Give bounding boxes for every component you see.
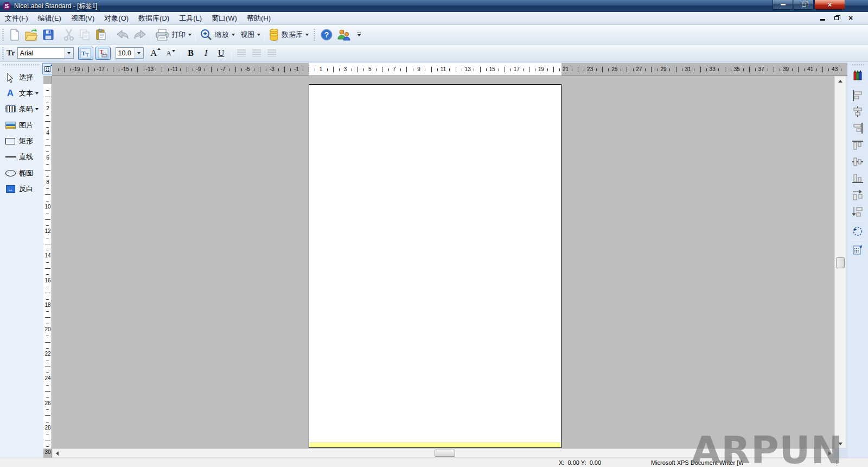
design-colors-button[interactable]	[851, 68, 864, 81]
restore-button[interactable]	[794, 0, 814, 10]
ruler-tick	[260, 67, 260, 72]
align-center-horizontal-button[interactable]	[851, 105, 864, 118]
label-page[interactable]	[309, 84, 561, 448]
align-right-text-button[interactable]	[264, 46, 279, 61]
horizontal-scrollbar[interactable]	[52, 449, 834, 458]
open-button[interactable]	[23, 27, 40, 42]
ruler-tick	[45, 97, 50, 97]
italic-button[interactable]: I	[199, 46, 214, 61]
tool-line[interactable]: 直线	[0, 149, 43, 165]
ruler-tick	[137, 67, 138, 72]
ruler-label: 22	[43, 351, 52, 357]
align-left-text-button[interactable]	[234, 46, 249, 61]
scroll-up-button[interactable]	[835, 77, 846, 85]
barcode-dropdown-icon[interactable]	[35, 108, 39, 110]
ruler-tick	[82, 68, 83, 71]
distribute-vertical-button[interactable]	[851, 205, 864, 218]
zoom-button[interactable]: 缩放	[198, 27, 237, 42]
close-button[interactable]: ×	[814, 0, 845, 10]
label-setup-button[interactable]	[851, 243, 864, 256]
ruler-tick	[64, 67, 65, 72]
cut-button[interactable]	[61, 27, 76, 42]
open-folder-icon	[24, 28, 39, 41]
ruler-tick	[505, 67, 505, 72]
underline-button[interactable]: U	[214, 46, 229, 61]
printer-fonts-toggle[interactable]: T	[95, 47, 111, 60]
database-button[interactable]: 数据库	[267, 27, 310, 42]
save-button[interactable]	[40, 27, 56, 42]
rotate-button[interactable]	[851, 225, 864, 238]
tool-rectangle[interactable]: 矩形	[0, 133, 43, 149]
ruler-tick	[107, 68, 107, 71]
menu-item-5[interactable]: 工具(L)	[174, 12, 207, 25]
copy-button[interactable]	[76, 27, 93, 42]
align-top-button[interactable]	[851, 139, 864, 152]
truetype-fonts-toggle[interactable]: T T	[78, 47, 93, 60]
align-bottom-button[interactable]	[851, 172, 864, 185]
undo-button[interactable]	[114, 27, 131, 42]
toolbar-grip[interactable]	[2, 47, 4, 60]
bold-button[interactable]: B	[183, 46, 199, 61]
minimize-button[interactable]	[773, 0, 793, 10]
tool-inverse[interactable]: ↔ 反白	[0, 181, 43, 197]
font-size-combobox[interactable]: 10.0	[116, 47, 144, 59]
vertical-scroll-thumb[interactable]	[836, 257, 845, 268]
menu-item-6[interactable]: 窗口(W)	[207, 12, 242, 25]
tool-text[interactable]: A 文本	[0, 85, 43, 101]
text-dropdown-icon[interactable]	[35, 92, 39, 94]
menu-item-1[interactable]: 编辑(E)	[33, 12, 66, 25]
view-button[interactable]: 视图	[237, 27, 262, 42]
ruler-label: -3	[266, 63, 277, 76]
menu-item-4[interactable]: 数据库(D)	[133, 12, 174, 25]
design-canvas[interactable]	[52, 76, 834, 449]
ruler-label: -19	[71, 63, 82, 76]
menu-item-0[interactable]: 文件(F)	[0, 12, 33, 25]
ruler-label: 39	[780, 63, 791, 76]
ruler-tick	[45, 146, 50, 146]
document-restore-button[interactable]	[834, 15, 842, 21]
vertical-scrollbar[interactable]	[834, 76, 846, 449]
increase-font-button[interactable]: A	[148, 46, 163, 61]
ruler-tick	[45, 219, 50, 220]
document-minimize-button[interactable]	[820, 15, 828, 21]
menu-item-3[interactable]: 对象(O)	[99, 12, 133, 25]
horizontal-scroll-thumb[interactable]	[435, 450, 455, 457]
align-center-text-button[interactable]	[249, 46, 264, 61]
distribute-horizontal-button[interactable]	[851, 189, 864, 202]
tool-ellipse[interactable]: 椭圆	[0, 165, 43, 181]
redo-button[interactable]	[131, 27, 149, 42]
menu-item-7[interactable]: 帮助(H)	[242, 12, 276, 25]
ruler-tick	[46, 176, 49, 177]
scroll-left-button[interactable]	[53, 449, 61, 457]
paste-button[interactable]	[93, 27, 109, 42]
align-middle-vertical-button[interactable]	[851, 155, 864, 168]
ruler-label: 41	[805, 63, 816, 76]
ruler-origin-button[interactable]	[42, 63, 53, 74]
toolbox-grip[interactable]	[2, 64, 40, 66]
menu-item-2[interactable]: 视图(V)	[66, 12, 99, 25]
tool-barcode[interactable]: 条码	[0, 101, 43, 117]
toolbar-overflow-button[interactable]	[355, 30, 362, 39]
distribute-horizontal-icon	[852, 190, 864, 201]
scroll-down-button[interactable]	[835, 439, 846, 448]
tool-select[interactable]: 选择	[0, 70, 43, 85]
zoom-dropdown-icon	[232, 34, 235, 36]
align-right-button[interactable]	[851, 122, 864, 135]
ruler-tick	[358, 67, 358, 72]
new-document-button[interactable]	[7, 27, 23, 42]
tool-picture[interactable]: 图片	[0, 117, 43, 133]
up-arrow-icon	[838, 80, 843, 83]
font-name-combobox[interactable]: Arial	[17, 47, 74, 59]
toolbar-grip[interactable]	[852, 64, 864, 66]
align-left-button[interactable]	[851, 89, 864, 102]
help-button[interactable]: ?	[318, 27, 335, 42]
decrease-font-button[interactable]: A	[163, 46, 178, 61]
close-icon: ×	[848, 15, 856, 21]
font-combobox-arrow-icon	[65, 48, 73, 58]
scroll-right-button[interactable]	[825, 449, 834, 457]
ruler-tick	[645, 68, 646, 71]
document-close-button[interactable]: ×	[848, 15, 856, 21]
print-button[interactable]: 打印	[154, 27, 193, 42]
contacts-button[interactable]	[335, 27, 353, 42]
toolbar-grip[interactable]	[2, 28, 4, 41]
